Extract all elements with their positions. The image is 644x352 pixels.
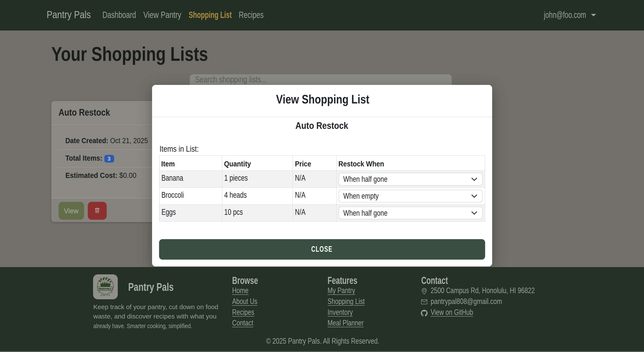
svg-text:PANTRY PALS: PANTRY PALS (98, 287, 112, 290)
svg-text:UHM ICS: UHM ICS (100, 294, 110, 296)
